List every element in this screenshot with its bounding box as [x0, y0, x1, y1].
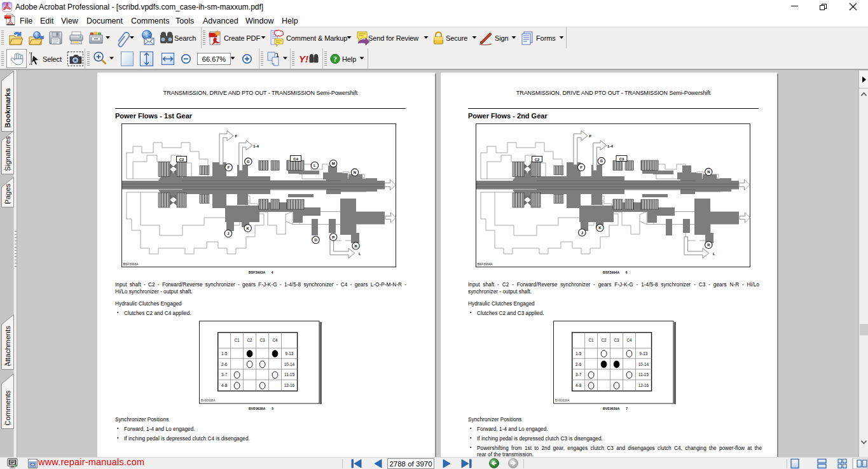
- svg-text:G: G: [247, 160, 250, 164]
- svg-text:1-5: 1-5: [575, 351, 582, 356]
- svg-text:G: G: [600, 159, 603, 163]
- svg-text:BVE0638A: BVE0638A: [201, 399, 216, 402]
- svg-text:1-5: 1-5: [221, 351, 228, 356]
- svg-text:12-16: 12-16: [638, 383, 649, 388]
- svg-text:2-6: 2-6: [221, 362, 228, 367]
- svg-text:C2: C2: [535, 158, 540, 162]
- svg-text:C4: C4: [293, 157, 298, 161]
- svg-text:Comments: Comments: [4, 390, 11, 426]
- svg-text:C1: C1: [235, 338, 240, 342]
- svg-text:12-16: 12-16: [284, 383, 295, 388]
- svg-text:C2: C2: [602, 338, 607, 342]
- svg-text:C4: C4: [273, 338, 279, 342]
- svg-text:Y!: Y!: [299, 53, 308, 64]
- svg-text:C1: C1: [589, 338, 595, 342]
- svg-text:9-13: 9-13: [286, 351, 294, 356]
- svg-text:C4: C4: [627, 338, 633, 342]
- svg-text:10-14: 10-14: [284, 362, 295, 367]
- svg-text:F: F: [228, 165, 230, 169]
- svg-text:Bookmarks: Bookmarks: [4, 88, 11, 128]
- svg-text:1-4: 1-4: [607, 144, 614, 148]
- svg-text:L: L: [713, 251, 715, 256]
- svg-text:9-13: 9-13: [640, 351, 648, 356]
- svg-text:3-7: 3-7: [575, 372, 582, 377]
- svg-text:K: K: [598, 226, 602, 230]
- svg-text:N: N: [707, 170, 710, 174]
- svg-text:3-7: 3-7: [221, 372, 228, 377]
- svg-text:?: ?: [333, 55, 337, 63]
- svg-text:M: M: [332, 162, 335, 165]
- svg-text:C3: C3: [260, 338, 266, 342]
- svg-text:F: F: [580, 165, 582, 169]
- svg-text:R: R: [354, 244, 357, 248]
- svg-text:K: K: [247, 227, 250, 230]
- svg-text:N: N: [354, 171, 356, 174]
- svg-text:11-15: 11-15: [638, 372, 649, 377]
- svg-text:BSF3993A: BSF3993A: [123, 262, 139, 266]
- svg-text:BSF3994A: BSF3994A: [478, 262, 493, 266]
- svg-text:C3: C3: [614, 338, 620, 342]
- svg-text:P: P: [332, 235, 334, 239]
- svg-text:L: L: [313, 164, 316, 167]
- svg-text:4-8: 4-8: [221, 383, 228, 388]
- svg-text:J: J: [227, 232, 229, 235]
- svg-text:11-15: 11-15: [284, 372, 294, 377]
- svg-text:C2: C2: [247, 338, 253, 342]
- svg-text:Pages: Pages: [4, 183, 11, 204]
- svg-text:Signatures: Signatures: [4, 136, 11, 171]
- svg-text:BVE0639A: BVE0639A: [555, 399, 570, 402]
- svg-text:F: F: [235, 134, 238, 138]
- svg-text:O: O: [314, 238, 317, 242]
- svg-text:R: R: [707, 243, 710, 247]
- svg-text:10-14: 10-14: [638, 362, 649, 367]
- svg-text:4-8: 4-8: [575, 383, 582, 388]
- svg-text:J: J: [581, 231, 583, 235]
- svg-text:1-4: 1-4: [253, 144, 259, 148]
- svg-text:C3: C3: [619, 157, 624, 161]
- svg-text:C2: C2: [179, 158, 184, 162]
- svg-text:F: F: [589, 134, 592, 138]
- svg-text:2-6: 2-6: [575, 362, 582, 367]
- svg-text:Attachments: Attachments: [4, 326, 11, 367]
- svg-text:L: L: [359, 251, 361, 256]
